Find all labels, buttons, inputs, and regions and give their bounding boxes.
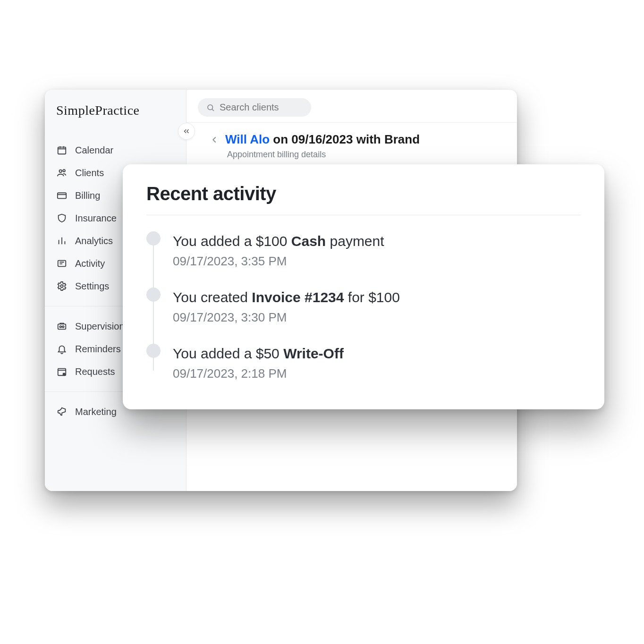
sidebar-item-label: Analytics — [75, 236, 113, 246]
recent-activity-card: Recent activity You added a $100 Cash pa… — [123, 164, 604, 409]
topbar — [186, 90, 517, 123]
search-input[interactable] — [220, 102, 303, 113]
breadcrumb: Will Alo on 09/16/2023 with Brand — [209, 132, 506, 147]
bell-icon — [56, 343, 68, 355]
activity-timestamp: 09/17/2023, 2:18 PM — [173, 362, 581, 381]
sidebar-item-label: Marketing — [75, 407, 117, 417]
billing-icon — [56, 190, 68, 201]
svg-rect-3 — [58, 193, 66, 199]
sidebar-item-label: Requests — [75, 366, 115, 377]
page-header: Will Alo on 09/16/2023 with Brand Appoin… — [186, 123, 517, 167]
activity-timestamp: 09/17/2023, 3:30 PM — [173, 305, 581, 325]
timeline-dot-icon — [146, 344, 161, 358]
svg-point-5 — [60, 285, 63, 288]
divider — [146, 215, 581, 215]
activity-item: You added a $100 Cash payment 09/17/2023… — [173, 229, 581, 285]
supervision-icon — [56, 321, 68, 332]
timeline-dot-icon — [146, 231, 161, 246]
activity-text: You created Invoice #1234 for $100 — [173, 289, 581, 305]
svg-point-1 — [59, 170, 62, 173]
sidebar-item-label: Reminders — [75, 344, 121, 355]
svg-point-7 — [59, 326, 61, 328]
activity-timeline: You added a $100 Cash payment 09/17/2023… — [146, 229, 581, 381]
svg-point-2 — [63, 169, 65, 172]
breadcrumb-suffix: on 09/16/2023 with Brand — [270, 132, 420, 146]
activity-item: You created Invoice #1234 for $100 09/17… — [173, 285, 581, 341]
recent-activity-heading: Recent activity — [146, 183, 581, 215]
sidebar-item-label: Settings — [75, 281, 109, 292]
search-icon — [206, 103, 215, 112]
activity-timestamp: 09/17/2023, 3:35 PM — [173, 249, 581, 269]
analytics-icon — [56, 235, 68, 246]
sidebar-item-calendar[interactable]: Calendar — [45, 139, 186, 161]
timeline-dot-icon — [146, 288, 161, 302]
sidebar-item-label: Billing — [75, 190, 100, 201]
svg-point-11 — [208, 105, 213, 110]
clients-icon — [56, 167, 68, 178]
app-logo: SimplePractice — [45, 103, 186, 132]
svg-point-8 — [62, 326, 64, 328]
page-subtitle: Appointment billing details — [209, 147, 506, 160]
sidebar-item-label: Clients — [75, 168, 104, 178]
megaphone-icon — [56, 406, 68, 417]
requests-icon — [56, 366, 68, 377]
search-input-container[interactable] — [198, 98, 311, 117]
activity-text: You added a $50 Write-Off — [173, 346, 581, 362]
sidebar-item-label: Activity — [75, 258, 105, 269]
gear-icon — [56, 280, 68, 292]
activity-item: You added a $50 Write-Off 09/17/2023, 2:… — [173, 341, 581, 381]
activity-icon — [56, 258, 68, 269]
collapse-sidebar-button[interactable] — [178, 123, 195, 140]
calendar-icon — [56, 144, 68, 156]
svg-rect-0 — [58, 147, 66, 154]
back-arrow-icon[interactable] — [209, 135, 220, 145]
chevrons-left-icon — [182, 127, 191, 136]
shield-icon — [56, 212, 68, 224]
sidebar-item-label: Calendar — [75, 145, 113, 156]
sidebar-item-label: Supervision — [75, 321, 125, 332]
sidebar-item-label: Insurance — [75, 213, 117, 224]
activity-text: You added a $100 Cash payment — [173, 233, 581, 249]
client-link[interactable]: Will Alo — [225, 132, 270, 146]
